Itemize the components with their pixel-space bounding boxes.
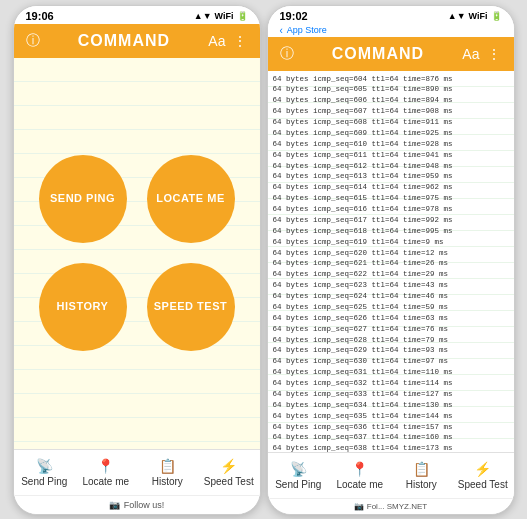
- header-icons-left: Aa ⋮: [208, 33, 247, 49]
- footer-right: 📷 Fol... SMYZ.NET: [268, 498, 514, 514]
- nav-speed-test-left[interactable]: ⚡ Speed Test: [198, 450, 260, 495]
- terminal-line: 64 bytes icmp_seq=617 ttl=64 time=992 ms: [273, 215, 509, 226]
- font-icon-right[interactable]: Aa: [462, 46, 479, 62]
- nav-history-label-right: History: [406, 479, 437, 490]
- history-nav-icon-left: 📋: [159, 458, 176, 474]
- terminal-line: 64 bytes icmp_seq=626 ttl=64 time=63 ms: [273, 313, 509, 324]
- terminal-line: 64 bytes icmp_seq=627 ttl=64 time=76 ms: [273, 324, 509, 335]
- left-phone: 19:06 ▲▼ WiFi 🔋 ⓘ COMMAND Aa ⋮ SEND PING…: [13, 5, 261, 515]
- bottom-nav-right: 📡 Send Ping 📍 Locate me 📋 History ⚡ Spee…: [268, 452, 514, 498]
- terminal-line: 64 bytes icmp_seq=604 ttl=64 time=876 ms: [273, 74, 509, 85]
- send-ping-nav-icon: 📡: [36, 458, 53, 474]
- nav-history-left[interactable]: 📋 History: [137, 450, 199, 495]
- right-phone: 19:02 ▲▼ WiFi 🔋 ‹ App Store ⓘ COMMAND Aa…: [267, 5, 515, 515]
- time-right: 19:02: [280, 10, 308, 22]
- terminal-line: 64 bytes icmp_seq=637 ttl=64 time=160 ms: [273, 432, 509, 443]
- terminal-line: 64 bytes icmp_seq=630 ttl=64 time=97 ms: [273, 356, 509, 367]
- speed-test-nav-icon-right: ⚡: [474, 461, 491, 477]
- terminal-line: 64 bytes icmp_seq=618 ttl=64 time=995 ms: [273, 226, 509, 237]
- battery-icon: 🔋: [237, 11, 248, 21]
- terminal-line: 64 bytes icmp_seq=633 ttl=64 time=127 ms: [273, 389, 509, 400]
- terminal-line: 64 bytes icmp_seq=612 ttl=64 time=948 ms: [273, 161, 509, 172]
- terminal-line: 64 bytes icmp_seq=635 ttl=64 time=144 ms: [273, 411, 509, 422]
- history-button[interactable]: HISTORY: [39, 263, 127, 351]
- signal-icon-right: ▲▼: [448, 11, 466, 21]
- nav-send-ping-label-left: Send Ping: [21, 476, 67, 487]
- instagram-icon-right: 📷: [354, 502, 364, 511]
- wifi-icon-right: WiFi: [469, 11, 488, 21]
- footer-left: 📷 Follow us!: [14, 495, 260, 514]
- info-icon-right[interactable]: ⓘ: [280, 45, 294, 63]
- title-right: COMMAND: [332, 45, 424, 63]
- bottom-buttons-row: HISTORY SPEED TEST: [39, 263, 235, 351]
- nav-locate-me-right[interactable]: 📍 Locate me: [329, 453, 391, 498]
- locate-me-nav-icon-right: 📍: [351, 461, 368, 477]
- nav-speed-test-label-left: Speed Test: [204, 476, 254, 487]
- main-area-left: SEND PING LOCATE ME HISTORY SPEED TEST: [14, 58, 260, 449]
- terminal-line: 64 bytes icmp_seq=611 ttl=64 time=941 ms: [273, 150, 509, 161]
- terminal-line: 64 bytes icmp_seq=606 ttl=64 time=894 ms: [273, 95, 509, 106]
- nav-locate-me-label-left: Locate me: [82, 476, 129, 487]
- menu-icon-right[interactable]: ⋮: [487, 46, 501, 62]
- bottom-nav-left: 📡 Send Ping 📍 Locate me 📋 History ⚡ Spee…: [14, 449, 260, 495]
- back-arrow-icon[interactable]: ‹: [280, 25, 283, 36]
- terminal-line: 64 bytes icmp_seq=623 ttl=64 time=43 ms: [273, 280, 509, 291]
- send-ping-nav-icon-right: 📡: [290, 461, 307, 477]
- terminal-line: 64 bytes icmp_seq=615 ttl=64 time=975 ms: [273, 193, 509, 204]
- nav-send-ping-label-right: Send Ping: [275, 479, 321, 490]
- footer-text-left: Follow us!: [124, 500, 165, 510]
- terminal-area: 64 bytes icmp_seq=604 ttl=64 time=876 ms…: [268, 71, 514, 452]
- status-icons-right: ▲▼ WiFi 🔋: [448, 11, 502, 21]
- signal-icon: ▲▼: [194, 11, 212, 21]
- terminal-line: 64 bytes icmp_seq=631 ttl=64 time=110 ms: [273, 367, 509, 378]
- terminal-line: 64 bytes icmp_seq=621 ttl=64 time=26 ms: [273, 258, 509, 269]
- terminal-line: 64 bytes icmp_seq=624 ttl=64 time=46 ms: [273, 291, 509, 302]
- terminal-line: 64 bytes icmp_seq=609 ttl=64 time=925 ms: [273, 128, 509, 139]
- header-right: ⓘ COMMAND Aa ⋮: [268, 37, 514, 71]
- battery-icon-right: 🔋: [491, 11, 502, 21]
- nav-history-right[interactable]: 📋 History: [391, 453, 453, 498]
- terminal-line: 64 bytes icmp_seq=629 ttl=64 time=93 ms: [273, 345, 509, 356]
- terminal-line: 64 bytes icmp_seq=610 ttl=64 time=928 ms: [273, 139, 509, 150]
- top-buttons-row: SEND PING LOCATE ME: [39, 155, 235, 243]
- terminal-line: 64 bytes icmp_seq=616 ttl=64 time=978 ms: [273, 204, 509, 215]
- locate-me-button[interactable]: LOCATE ME: [147, 155, 235, 243]
- terminal-line: 64 bytes icmp_seq=622 ttl=64 time=29 ms: [273, 269, 509, 280]
- nav-speed-test-right[interactable]: ⚡ Speed Test: [452, 453, 514, 498]
- nav-send-ping-right[interactable]: 📡 Send Ping: [268, 453, 330, 498]
- terminal-line: 64 bytes icmp_seq=619 ttl=64 time=9 ms: [273, 237, 509, 248]
- terminal-line: 64 bytes icmp_seq=632 ttl=64 time=114 ms: [273, 378, 509, 389]
- speed-test-button[interactable]: SPEED TEST: [147, 263, 235, 351]
- nav-locate-me-label-right: Locate me: [336, 479, 383, 490]
- locate-me-nav-icon: 📍: [97, 458, 114, 474]
- status-icons-left: ▲▼ WiFi 🔋: [194, 11, 248, 21]
- terminal-line: 64 bytes icmp_seq=608 ttl=64 time=911 ms: [273, 117, 509, 128]
- header-left: ⓘ COMMAND Aa ⋮: [14, 24, 260, 58]
- nav-locate-me-left[interactable]: 📍 Locate me: [75, 450, 137, 495]
- terminal-line: 64 bytes icmp_seq=613 ttl=64 time=959 ms: [273, 171, 509, 182]
- nav-speed-test-label-right: Speed Test: [458, 479, 508, 490]
- header-icons-right: Aa ⋮: [462, 46, 501, 62]
- time-left: 19:06: [26, 10, 54, 22]
- terminal-line: 64 bytes icmp_seq=625 ttl=64 time=59 ms: [273, 302, 509, 313]
- terminal-line: 64 bytes icmp_seq=638 ttl=64 time=173 ms: [273, 443, 509, 451]
- terminal-line: 64 bytes icmp_seq=620 ttl=64 time=12 ms: [273, 248, 509, 259]
- terminal-line: 64 bytes icmp_seq=607 ttl=64 time=908 ms: [273, 106, 509, 117]
- send-ping-button[interactable]: SEND PING: [39, 155, 127, 243]
- menu-icon-left[interactable]: ⋮: [233, 33, 247, 49]
- title-left: COMMAND: [78, 32, 170, 50]
- status-bar-left: 19:06 ▲▼ WiFi 🔋: [14, 6, 260, 24]
- terminal-line: 64 bytes icmp_seq=634 ttl=64 time=130 ms: [273, 400, 509, 411]
- terminal-line: 64 bytes icmp_seq=614 ttl=64 time=962 ms: [273, 182, 509, 193]
- terminal-line: 64 bytes icmp_seq=628 ttl=64 time=79 ms: [273, 335, 509, 346]
- phones-container: 19:06 ▲▼ WiFi 🔋 ⓘ COMMAND Aa ⋮ SEND PING…: [13, 5, 515, 515]
- app-store-bar: ‹ App Store: [268, 24, 514, 37]
- app-store-label[interactable]: App Store: [287, 25, 327, 35]
- info-icon-left[interactable]: ⓘ: [26, 32, 40, 50]
- history-nav-icon-right: 📋: [413, 461, 430, 477]
- footer-text-right: Fol... SMYZ.NET: [367, 502, 427, 511]
- font-icon-left[interactable]: Aa: [208, 33, 225, 49]
- nav-send-ping-left[interactable]: 📡 Send Ping: [14, 450, 76, 495]
- nav-history-label-left: History: [152, 476, 183, 487]
- wifi-icon: WiFi: [215, 11, 234, 21]
